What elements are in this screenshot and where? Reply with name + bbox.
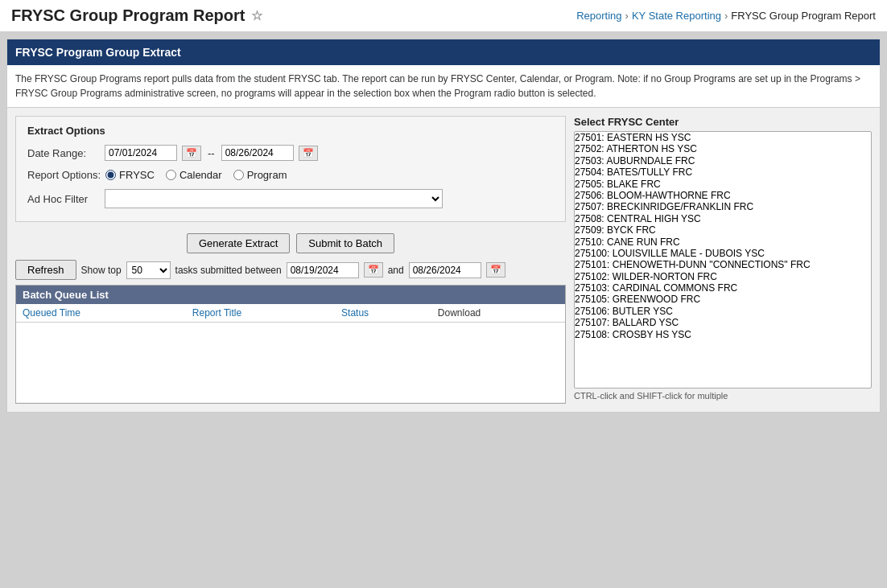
radio-program-input[interactable] bbox=[233, 170, 244, 180]
date-dash: -- bbox=[208, 147, 215, 159]
page-title: FRYSC Group Program Report ☆ bbox=[11, 6, 262, 25]
report-options-row: Report Options: FRYSC Calendar Progra bbox=[27, 169, 554, 181]
description-box: The FRYSC Group Programs report pulls da… bbox=[7, 65, 880, 108]
radio-group: FRYSC Calendar Program bbox=[105, 169, 287, 181]
batch-empty-row bbox=[16, 323, 565, 403]
show-top-label: Show top bbox=[81, 265, 122, 276]
breadcrumb-ky-state[interactable]: KY State Reporting bbox=[632, 10, 721, 22]
breadcrumb-reporting[interactable]: Reporting bbox=[576, 10, 621, 22]
refresh-button[interactable]: Refresh bbox=[15, 260, 76, 280]
breadcrumb-sep-1: › bbox=[625, 10, 629, 22]
batch-queue-header: Batch Queue List bbox=[16, 286, 565, 304]
date-range-label: Date Range: bbox=[27, 147, 100, 159]
batch-queue-box: Batch Queue List Queued Time Report Titl… bbox=[15, 285, 566, 404]
radio-calendar[interactable]: Calendar bbox=[166, 169, 222, 181]
col-queued-time[interactable]: Queued Time bbox=[16, 304, 186, 323]
batch-date-from-calendar-button[interactable]: 📅 bbox=[364, 262, 383, 278]
batch-table: Queued Time Report Title Status Download bbox=[16, 304, 565, 403]
batch-date-to-calendar-button[interactable]: 📅 bbox=[486, 262, 505, 278]
batch-date-to-input[interactable] bbox=[409, 262, 481, 278]
frysc-center-listbox[interactable]: 27501: EASTERN HS YSC27502: ATHERTON HS … bbox=[574, 131, 872, 389]
and-label: and bbox=[388, 265, 404, 276]
radio-program-label: Program bbox=[247, 169, 287, 181]
description-text: The FRYSC Group Programs report pulls da… bbox=[15, 73, 860, 99]
radio-frysc-label: FRYSC bbox=[119, 169, 155, 181]
date-to-calendar-button[interactable]: 📅 bbox=[299, 146, 318, 161]
right-panel: Select FRYSC Center 27501: EASTERN HS YS… bbox=[574, 116, 872, 404]
col-status[interactable]: Status bbox=[335, 304, 431, 323]
page-title-text: FRYSC Group Program Report bbox=[11, 6, 245, 25]
extract-options-box: Extract Options Date Range: 📅 -- 📅 Repor… bbox=[15, 116, 566, 222]
col-download: Download bbox=[431, 304, 565, 323]
select-frysc-title: Select FRYSC Center bbox=[574, 116, 872, 128]
batch-empty-cell bbox=[16, 323, 565, 403]
radio-program[interactable]: Program bbox=[233, 169, 287, 181]
body-area: Extract Options Date Range: 📅 -- 📅 Repor… bbox=[7, 108, 880, 412]
date-to-input[interactable] bbox=[221, 145, 294, 161]
radio-calendar-label: Calendar bbox=[179, 169, 222, 181]
date-from-input[interactable] bbox=[105, 145, 177, 161]
date-from-calendar-button[interactable]: 📅 bbox=[182, 146, 201, 161]
batch-table-header-row: Queued Time Report Title Status Download bbox=[16, 304, 565, 323]
left-panel: Extract Options Date Range: 📅 -- 📅 Repor… bbox=[15, 116, 566, 404]
frysc-hint: CTRL-click and SHIFT-click for multiple bbox=[574, 391, 872, 401]
radio-frysc-input[interactable] bbox=[105, 170, 116, 180]
batch-table-body bbox=[16, 323, 565, 403]
breadcrumb: Reporting › KY State Reporting › FRYSC G… bbox=[576, 10, 876, 22]
date-range-row: Date Range: 📅 -- 📅 bbox=[27, 145, 554, 161]
col-report-title[interactable]: Report Title bbox=[186, 304, 335, 323]
adhoc-select[interactable] bbox=[105, 189, 443, 208]
submit-to-batch-button[interactable]: Submit to Batch bbox=[296, 233, 394, 253]
radio-frysc[interactable]: FRYSC bbox=[105, 169, 155, 181]
top-bar: FRYSC Group Program Report ☆ Reporting ›… bbox=[0, 0, 887, 32]
extract-options-title: Extract Options bbox=[27, 125, 554, 137]
adhoc-label: Ad Hoc Filter bbox=[27, 193, 100, 205]
batch-date-from-input[interactable] bbox=[287, 262, 359, 278]
batch-controls: Refresh Show top 50 10 25 100 tasks subm… bbox=[15, 260, 566, 280]
buttons-row: Generate Extract Submit to Batch bbox=[15, 233, 566, 253]
star-icon[interactable]: ☆ bbox=[251, 8, 262, 23]
tasks-label: tasks submitted between bbox=[175, 265, 282, 276]
adhoc-row: Ad Hoc Filter bbox=[27, 189, 554, 208]
breadcrumb-current: FRYSC Group Program Report bbox=[731, 10, 876, 22]
radio-calendar-input[interactable] bbox=[166, 170, 176, 180]
generate-extract-button[interactable]: Generate Extract bbox=[187, 233, 290, 253]
frysc-list-container: 27501: EASTERN HS YSC27502: ATHERTON HS … bbox=[574, 131, 872, 389]
report-options-label: Report Options: bbox=[27, 169, 101, 181]
main-content: FRYSC Program Group Extract The FRYSC Gr… bbox=[6, 39, 881, 413]
show-top-select[interactable]: 50 10 25 100 bbox=[126, 261, 171, 279]
breadcrumb-sep-2: › bbox=[724, 10, 728, 22]
section-title: FRYSC Program Group Extract bbox=[15, 46, 181, 59]
section-header: FRYSC Program Group Extract bbox=[7, 39, 880, 65]
